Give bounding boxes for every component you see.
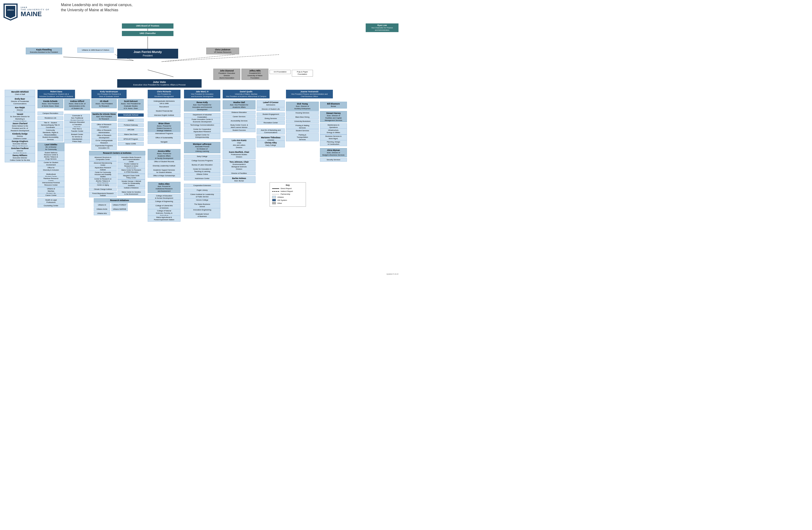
advanced-mfg-label: Advanced Manufacturing Center (94, 162, 112, 166)
key-other-swatch (272, 202, 276, 204)
lauri-box: Lauri Sidelko Dir. & Directorfor Communi… (38, 143, 64, 151)
john-volin-box: John Volin Executive Vice President for … (117, 79, 202, 88)
daniel-qualls-box: Daniel Qualls University of Maine, Machi… (223, 90, 270, 99)
graduate-school-label: Graduate School (123, 114, 138, 116)
jeffery-mills-title: President/CEOUniversity of MaineFoundati… (242, 72, 267, 79)
student-wellness-box: Student Wellness Resource Center & Alcoh… (38, 151, 64, 161)
maine-sea-grant-box: Maine Sea Grant (118, 133, 144, 136)
key-partnership-line (272, 194, 279, 194)
maine-center-genetics-box: Maine Center for Genetics in the Environ… (117, 190, 145, 196)
climate-change-box: Climate Change Institute (89, 188, 117, 191)
logo-year: 1865 (20, 6, 49, 9)
meredith-title: Chief of Staff (5, 93, 34, 95)
student-records-box: Office of Student Records (148, 160, 180, 164)
debra-allen-box: Debra Allen Asst. Provost forInstitution… (148, 182, 180, 193)
meredith-box: Meredith Whitfield Chief of Staff (5, 90, 35, 97)
joanne-name: Joanne Yestramski (287, 90, 332, 93)
student-engagement-box: Student Engagement (257, 113, 285, 116)
intersectional-box: Intersectional Feminist Resource Center (38, 181, 64, 187)
andrea-title: Assoc. Dean & Dir. ofAdministration & Di… (65, 103, 89, 109)
hutchinson-box: Hutchinson Center (184, 177, 220, 180)
key-title: Key (272, 184, 303, 186)
brian-olsen-name: Brian Olsen (149, 122, 179, 125)
student-financial-aid-label: Student Financial Aid (156, 110, 172, 112)
umaine-ai-label: UMaine AI (98, 204, 106, 206)
student-wellness-label: Student Wellness Resource Center & Alcoh… (44, 152, 58, 160)
key-other-row: Other (272, 202, 303, 204)
stewart-harvey-title: Exec. Director ofFacilities and CapitalM… (321, 115, 346, 121)
senator-mitchell-label: Senator George J. Mitchell Center for Su… (122, 180, 141, 186)
intensive-english-box: Intensive English Institute (148, 114, 180, 117)
monique-box: Monique LaRocque Associate Provostfor Di… (184, 142, 220, 153)
community-inclusion-label: Center for Community Inclusion and Disab… (95, 172, 111, 177)
dir-student-life-label: Director of Student Life (262, 108, 280, 110)
student-success-box: Student Success (223, 128, 256, 132)
advanced-structures-box: Advanced Structures & Composites Center (89, 156, 117, 161)
joan-box: Joan Ferrini-Mundy President (117, 49, 178, 59)
office-sustainability-box: Office of Sustainability (148, 136, 180, 139)
jeffery-mills-box: Jeffery Mills President/CEOUniversity of… (242, 69, 269, 80)
accessibility-services-label: Accessibility Services (231, 120, 248, 122)
heather-ball-name: Heather Ball (223, 101, 255, 104)
maine-center-stem-label: Maine Center for Research in STEM Educat… (121, 169, 141, 173)
lateef-box: Lateef O'Connor Admissions (257, 100, 285, 107)
research-admin-label: Office of Research Administration (97, 129, 111, 134)
debra-allen-name: Debra Allen (149, 183, 179, 185)
umaine-forest-box: UMaine FOREST (111, 203, 128, 207)
scott-name: Scott Delcourt (119, 100, 143, 103)
maine-core-box: Maine CORE (118, 142, 144, 146)
technology-comm-label: Technology Commercialization (190, 124, 214, 126)
student-records-label: Office of Student Records (154, 161, 174, 163)
first-year-box: First Year & Transfer Center (64, 127, 90, 133)
intersectional-label: Intersectional Feminist Resource Center (42, 181, 60, 186)
umaine-online-label: UMaine Online (197, 173, 208, 175)
black-bear-dining-box: Black Bear Dining (286, 115, 319, 119)
forest-bioproducts-box: Forest Bioproducts Research Institute (89, 192, 117, 197)
maintenance-ops-label: Maintenance & Operations (328, 124, 339, 128)
joanne-box: Joanne Yestramski Vice President Finance… (286, 90, 333, 99)
kenda-box: Kenda Scheele Assoc. Vice President& Sen… (38, 99, 63, 108)
karen-beeftink-box: Karen Beeftink, Chair Professional Studi… (223, 150, 256, 159)
sandra-name: Sandra De Urioste Stone (92, 113, 116, 116)
maine-center-stem-box: Maine Center for Research in STEM Educat… (117, 168, 145, 174)
innovation-engineering-label: Innovation Engineering (193, 209, 211, 211)
dining-services-box: Dining Services (257, 117, 285, 120)
center-aging-label: Center on Aging (97, 184, 109, 186)
jake-ward-name: Jake Ward, IV (185, 90, 220, 93)
ums-chancellor-label: UMS Chancellor (140, 32, 156, 35)
chris-lindstrom-box: Chris Lindstrom VP Human Resources (206, 47, 239, 54)
karen-beeftink-title: Professional StudiesDivision (223, 153, 255, 158)
career-center-label: Career Center (45, 194, 57, 196)
barbie-holmes-name: Barbie Holmes (223, 177, 255, 180)
lateef-title: Admissions (258, 104, 284, 106)
org-chart: UMS Board of Trustees UMS Chancellor Rya… (2, 23, 401, 276)
kayla-box: Kayla Flewelling Executive Assistant to … (26, 47, 62, 54)
upstart-label: UpStart Center for Entrepreneurship (195, 134, 209, 138)
printing-mailing-label: Printing & Mailing Services (295, 124, 309, 129)
kody-title: Vice President for Research &Dean of Gra… (92, 93, 126, 98)
dir-facilities-box: Director of Facilities (223, 172, 256, 175)
college-success-label: College Success Programs (191, 160, 213, 162)
office-diversity-box: Office for Diversity & Inclusion (38, 166, 64, 172)
key-direct-label: Direct Report (280, 188, 292, 190)
christy-alley-title: Early College (258, 144, 284, 146)
key-partnership-label: Partnership (280, 193, 290, 195)
infrastructure-energy-box: Infrastructure, Energy & Utilities (320, 128, 347, 134)
major-scholarships-box: Office of Major Scholarships (148, 174, 180, 178)
key-direct-row: Direct Report (272, 188, 303, 190)
ctr-undergrad-label: Ctr for Undergraduate Research (96, 139, 113, 144)
kenda-name: Kenda Scheele (39, 100, 62, 103)
career-services-box: Career Services (223, 115, 256, 119)
navigate-label: Navigate (161, 141, 168, 143)
upstart-box: UpStart Center for Entrepreneurship (184, 133, 220, 139)
john-volin-title: Executive Vice President for Academic Af… (118, 84, 200, 87)
dick-young-title: Exec. Director ofAuxiliary Enterprises (287, 105, 318, 110)
bill-elsemore-title: Bursar (321, 105, 346, 107)
lois-ann-name: Lois-Ann Kuntz (223, 139, 255, 142)
key-indirect-line (272, 191, 279, 192)
dick-young-box: Dick Young Exec. Director ofAuxiliary En… (286, 102, 319, 111)
debra-allen-title: Asst. Provost forInstitutional Researcha… (149, 185, 179, 192)
lois-ann-box: Lois-Ann Kuntz ChairArts and LettersDivi… (223, 138, 256, 149)
student-accessibility-box: Student Accessibility Services (38, 135, 63, 142)
health-legal-box: Health & Legal Professions (38, 198, 64, 204)
